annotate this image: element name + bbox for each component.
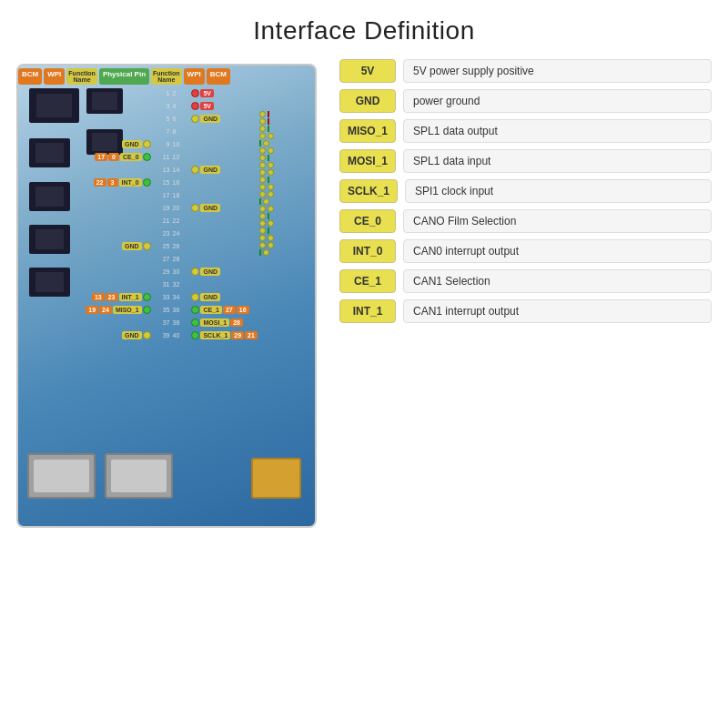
legend-desc-8: CAN1 interrupt output [403,299,712,323]
legend-desc-3: SPL1 data input [403,149,712,173]
legend-row-1: GNDpower ground [339,89,712,113]
legend-tag-5: CE_0 [339,209,396,233]
pin-row-1: 3 4 5V [16,100,326,112]
legend-tag-0: 5V [339,59,396,83]
col-fn-left: FunctionName [66,68,97,85]
column-headers: BCM WPI FunctionName Physical Pin Functi… [16,68,326,85]
pin-row-17: 1924MISO_1 35 36 CE_12716 [16,304,326,316]
legend-tag-1: GND [339,89,396,113]
legend-row-6: INT_0CAN0 interrupt output [339,239,712,263]
legend-tag-3: MOSI_1 [339,149,396,173]
legend-desc-0: 5V power supply positive [403,59,712,83]
usb-group [27,453,173,499]
pin-row-18: 37 38 MOSI_128 [16,317,326,329]
pin-row-16: 1323INT_1 33 34 GND [16,291,326,303]
legend-desc-1: power ground [403,89,712,113]
legend-desc-6: CAN0 interrupt output [403,239,712,263]
pin-row-12: GND 25 26 [16,240,326,252]
legend-tag-7: CE_1 [339,269,396,293]
pin-row-0: 1 2 5V [16,87,326,99]
legend-tag-4: SCLK_1 [339,179,398,203]
pin-row-10: 21 22 [16,215,326,227]
col-bcm-right: BCM [207,68,230,85]
legend-tag-8: INT_1 [339,299,396,323]
pin-row-9: 19 20 GND [16,202,326,214]
ethernet-port [251,458,301,499]
pin-row-5: 170CE_0 11 12 [16,151,326,163]
legend-tag-6: INT_0 [339,239,396,263]
pin-row-19: GND 39 40 SCLK_12921 [16,329,326,341]
page: Interface Definition [0,0,728,728]
pin-row-4: GND 9 10 [16,138,326,150]
legend-row-2: MISO_1SPL1 data output [339,119,712,143]
content-area: BCM WPI FunctionName Physical Pin Functi… [0,55,728,528]
pin-row-6: 13 14 GND [16,164,326,176]
legend-rows: 5V5V power supply positiveGNDpower groun… [339,59,712,323]
legend-desc-4: SPI1 clock input [405,179,712,203]
legend-row-5: CE_0CANO Film Selection [339,209,712,233]
pin-row-15: 31 32 [16,278,326,290]
pin-labels: BCM WPI FunctionName Physical Pin Functi… [16,68,326,342]
pin-row-14: 29 30 GND [16,266,326,278]
col-physical: Physical Pin [99,68,149,85]
col-wpi-right: WPI [184,68,205,85]
legend-tag-2: MISO_1 [339,119,396,143]
legend-row-7: CE_1CAN1 Selection [339,269,712,293]
legend-desc-5: CANO Film Selection [403,209,712,233]
pin-row-8: 17 18 [16,189,326,201]
usb-port-1 [27,453,96,499]
pin-row-11: 23 24 [16,228,326,239]
legend-row-8: INT_1CAN1 interrupt output [339,299,712,323]
legend-row-0: 5V5V power supply positive [339,59,712,83]
usb-port-2 [105,453,173,499]
col-bcm-left: BCM [18,68,42,85]
legend-desc-7: CAN1 Selection [403,269,712,293]
board-area: BCM WPI FunctionName Physical Pin Functi… [16,55,326,528]
pin-row-3: 7 8 [16,126,326,137]
legend-desc-2: SPL1 data output [403,119,712,143]
legend-area: 5V5V power supply positiveGNDpower groun… [335,55,712,528]
legend-row-4: SCLK_1SPI1 clock input [339,179,712,203]
col-wpi-left: WPI [44,68,65,85]
pin-row-2: 5 6 GND [16,113,326,125]
legend-row-3: MOSI_1SPL1 data input [339,149,712,173]
pin-rows-container: 1 2 5V 3 4 5V 5 6 GND 7 8 GND 9 10 170CE… [16,87,326,341]
pin-row-7: 223INT_0 15 16 [16,177,326,188]
pin-row-13: 27 28 [16,253,326,265]
page-title: Interface Definition [0,0,728,55]
col-fn-right: FunctionName [151,68,182,85]
